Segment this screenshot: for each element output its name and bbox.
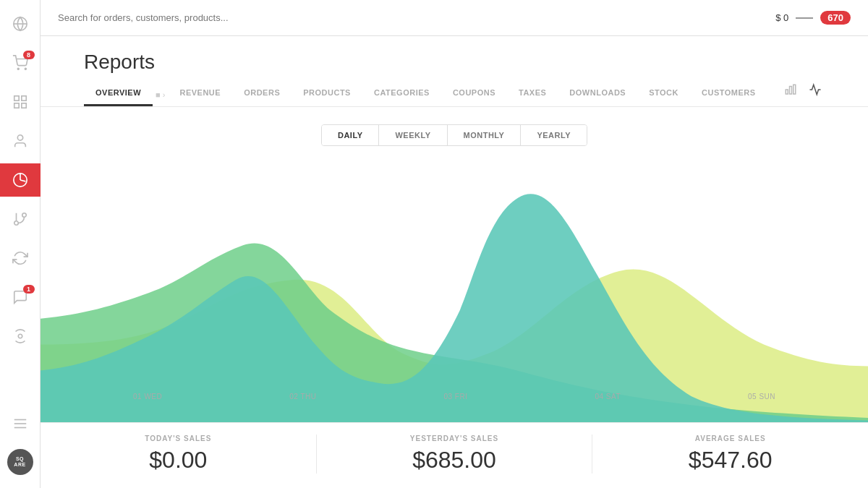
svg-point-12 [14, 221, 18, 226]
chart-x-labels: 01 WED 02 THU 03 FRI 04 SAT 05 SUN [41, 393, 868, 401]
tab-orders[interactable]: ORDERS [232, 82, 292, 106]
x-label-05: 05 SUN [748, 393, 775, 401]
tabs-right [781, 83, 825, 106]
tab-categories[interactable]: CATEGORIES [362, 82, 441, 106]
tab-products[interactable]: PRODUCTS [292, 82, 362, 106]
period-btn-group: DAILY WEEKLY MONTHLY YEARLY [321, 124, 587, 146]
sidebar-item-grid[interactable] [0, 85, 41, 119]
svg-rect-4 [14, 96, 18, 100]
chart-area: 01 WED 02 THU 03 FRI 04 SAT 05 SUN [41, 146, 868, 422]
sidebar-item-globe[interactable] [0, 7, 41, 40]
comments-badge: 1 [23, 285, 35, 294]
sidebar-item-menu[interactable] [0, 407, 41, 440]
period-btn-daily[interactable]: DAILY [322, 125, 380, 145]
tab-stock[interactable]: STOCK [637, 82, 690, 106]
x-label-03: 03 FRI [443, 393, 467, 401]
tab-taxes[interactable]: TAXES [507, 82, 558, 106]
stat-today-label: TODAY'S SALES [55, 435, 302, 442]
content-area: Reports OVERVIEW ■ › REVENUE ORDERS PROD… [41, 36, 868, 488]
tab-customers[interactable]: CUSTOMERS [690, 82, 767, 106]
sidebar-item-reports[interactable] [0, 163, 41, 197]
period-btn-monthly[interactable]: MONTHLY [448, 125, 522, 145]
svg-point-13 [18, 334, 22, 338]
period-bar: DAILY WEEKLY MONTHLY YEARLY [41, 107, 868, 146]
stat-yesterday: YESTERDAY'S SALES $685.00 [316, 435, 592, 474]
svg-rect-6 [14, 103, 18, 108]
x-label-04: 04 SAT [595, 393, 621, 401]
sidebar-item-tools[interactable] [0, 320, 41, 353]
page-title: Reports [84, 51, 825, 74]
sidebar-item-user[interactable] [0, 124, 41, 158]
topbar-badge: 670 [820, 11, 851, 25]
tab-downloads[interactable]: DOWNLOADS [558, 82, 637, 106]
sidebar-item-comments[interactable]: 1 [0, 281, 41, 314]
bar-chart-icon[interactable] [781, 83, 800, 100]
tab-revenue[interactable]: REVENUE [168, 82, 232, 106]
sidebar-item-marketing[interactable] [0, 202, 41, 236]
sidebar: 8 1 SQARE [0, 0, 41, 488]
svg-point-3 [25, 68, 26, 69]
main-content: $ 0 670 Reports OVERVIEW ■ › REVENUE ORD… [41, 0, 868, 488]
svg-rect-18 [790, 87, 792, 95]
stat-average-label: AVERAGE SALES [607, 435, 854, 442]
stat-today: TODAY'S SALES $0.00 [41, 435, 316, 474]
chart-svg [41, 146, 868, 422]
svg-point-11 [22, 213, 26, 218]
tab-sep-1: ■ › [153, 90, 168, 99]
period-btn-weekly[interactable]: WEEKLY [379, 125, 447, 145]
topbar-right: $ 0 670 [775, 11, 851, 25]
topbar-balance: $ 0 [775, 12, 788, 23]
stat-today-value: $0.00 [55, 447, 302, 474]
stat-yesterday-label: YESTERDAY'S SALES [331, 435, 578, 442]
topbar: $ 0 670 [41, 0, 868, 36]
sidebar-item-cart[interactable]: 8 [0, 46, 41, 80]
svg-rect-5 [21, 96, 25, 100]
x-label-02: 02 THU [289, 393, 316, 401]
topbar-divider [796, 17, 813, 19]
svg-rect-17 [786, 90, 788, 94]
period-btn-yearly[interactable]: YEARLY [521, 125, 587, 145]
page-title-bar: Reports [41, 36, 868, 74]
stat-average: AVERAGE SALES $547.60 [592, 435, 868, 474]
svg-rect-7 [21, 103, 25, 108]
stat-yesterday-value: $685.00 [331, 447, 578, 474]
svg-point-8 [17, 135, 22, 140]
stat-average-value: $547.60 [607, 447, 854, 474]
x-label-01: 01 WED [133, 393, 162, 401]
stats-bar: TODAY'S SALES $0.00 YESTERDAY'S SALES $6… [41, 422, 868, 488]
tabs-bar: OVERVIEW ■ › REVENUE ORDERS PRODUCTS CAT… [41, 74, 868, 107]
line-chart-icon[interactable] [806, 83, 825, 100]
tab-coupons[interactable]: COUPONS [441, 82, 507, 106]
tab-overview[interactable]: OVERVIEW [84, 82, 153, 106]
sidebar-logo: SQARE [7, 449, 33, 475]
svg-point-2 [17, 68, 19, 69]
svg-rect-19 [793, 85, 796, 94]
search-input[interactable] [58, 12, 775, 23]
sidebar-item-sync[interactable] [0, 241, 41, 275]
cart-badge: 8 [23, 51, 35, 59]
